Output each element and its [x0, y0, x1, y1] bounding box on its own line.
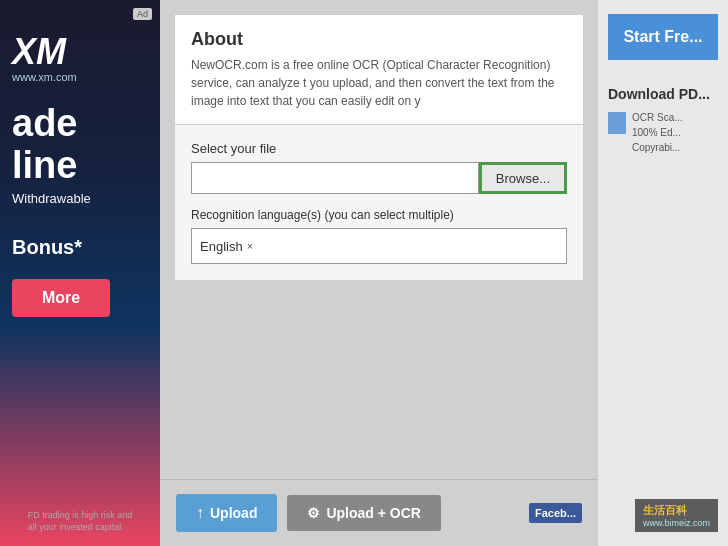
ad-logo: XM www.xm.com: [8, 34, 77, 83]
ad-panel: Ad XM www.xm.com adeline Withdrawable Bo…: [0, 0, 160, 546]
upload-ocr-label: Upload + OCR: [326, 505, 421, 521]
language-tag: English ×: [200, 239, 253, 254]
download-pd-section: Download PD... OCR Sca... 100% Ed... Cop…: [608, 86, 718, 155]
pdf-icon: [608, 112, 626, 134]
language-tag-remove[interactable]: ×: [247, 240, 253, 252]
facebook-partial[interactable]: Faceb...: [529, 503, 582, 523]
start-free-button[interactable]: Start Fre...: [608, 14, 718, 60]
ad-bonus: Bonus*: [8, 236, 82, 259]
ad-disclaimer: FD trading is high risk and all your inv…: [24, 505, 137, 538]
ad-top-bar: Ad: [8, 8, 152, 20]
ad-subtext: Withdrawable: [8, 191, 91, 206]
file-label: Select your file: [191, 141, 567, 156]
upload-icon: ↑: [196, 504, 204, 522]
facebook-label: Faceb...: [535, 507, 576, 519]
ad-logo-sub: www.xm.com: [12, 72, 77, 83]
watermark: 生活百科 www.bimeiz.com: [635, 499, 718, 532]
download-pd-item: OCR Sca... 100% Ed... Copyrabi...: [608, 110, 718, 155]
watermark-text: 生活百科: [643, 503, 710, 518]
language-tag-text: English: [200, 239, 243, 254]
ad-more-button[interactable]: More: [12, 279, 110, 317]
browse-button[interactable]: Browse...: [479, 162, 567, 194]
about-title: About: [191, 29, 567, 50]
ad-label: Ad: [133, 8, 152, 20]
recognition-label: Recognition language(s) (you can select …: [191, 208, 567, 222]
ad-text-large: adeline: [8, 103, 77, 187]
upload-label: Upload: [210, 505, 257, 521]
form-section: Select your file Browse... Recognition l…: [174, 125, 584, 281]
language-select-box[interactable]: English ×: [191, 228, 567, 264]
bottom-bar: ↑ Upload ⚙ Upload + OCR Faceb...: [160, 479, 598, 546]
ad-disclaimer-line2: all your invested capital.: [28, 522, 124, 532]
main-area: About NewOCR.com is a free online OCR (O…: [160, 0, 728, 546]
pd-text: OCR Sca... 100% Ed... Copyrabi...: [632, 110, 683, 155]
about-text: NewOCR.com is a free online OCR (Optical…: [191, 56, 567, 110]
watermark-sub: www.bimeiz.com: [643, 518, 710, 528]
file-text-input[interactable]: [191, 162, 479, 194]
main-left: About NewOCR.com is a free online OCR (O…: [160, 0, 598, 546]
upload-ocr-button[interactable]: ⚙ Upload + OCR: [287, 495, 441, 531]
about-section: About NewOCR.com is a free online OCR (O…: [174, 14, 584, 125]
gear-icon: ⚙: [307, 505, 320, 521]
right-panel: Start Fre... Download PD... OCR Sca... 1…: [598, 0, 728, 546]
file-input-row: Browse...: [191, 162, 567, 194]
upload-button[interactable]: ↑ Upload: [176, 494, 277, 532]
ad-disclaimer-line1: FD trading is high risk and: [28, 510, 133, 520]
download-pd-title: Download PD...: [608, 86, 718, 102]
